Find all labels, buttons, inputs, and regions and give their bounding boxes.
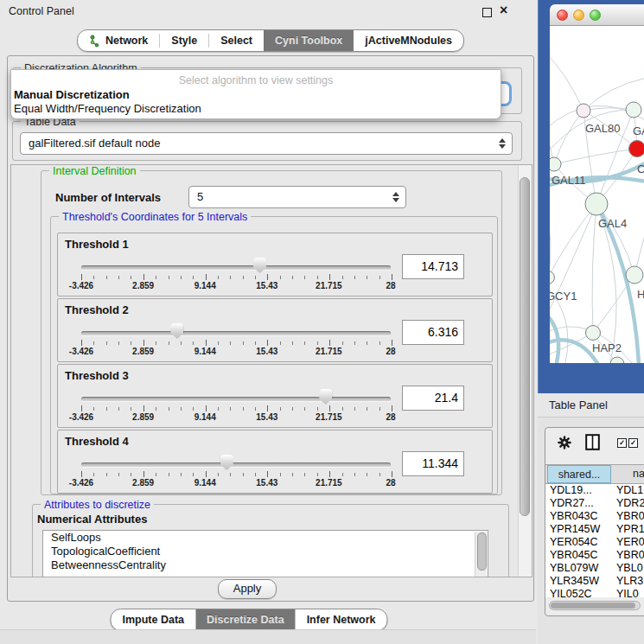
table-row[interactable]: YBR043CYBR0 — [545, 510, 644, 523]
attribute-item[interactable]: SelfLoops — [43, 531, 488, 545]
tick-mark — [255, 407, 256, 411]
tick-label: 21.715 — [316, 347, 342, 356]
network-node-label: GAL80 — [585, 122, 620, 135]
threshold-slider-track[interactable] — [81, 331, 391, 335]
tick-mark — [243, 473, 244, 476]
checkbox-icon[interactable]: ✓ — [617, 438, 627, 448]
network-edge — [592, 204, 596, 333]
apply-button[interactable]: Apply — [218, 579, 277, 599]
attribute-item[interactable]: TopologicalCoefficient — [43, 545, 488, 558]
table-row[interactable]: YDL19...YDL1 — [545, 484, 644, 497]
threshold-value-field[interactable]: 11.344 — [402, 451, 464, 476]
tick-mark — [304, 473, 305, 476]
threshold-slider-thumb[interactable] — [220, 455, 233, 470]
column-header-shared-name[interactable]: shared... — [547, 465, 611, 483]
numerical-attributes-list[interactable]: SelfLoopsTopologicalCoefficientBetweenne… — [42, 530, 488, 577]
threshold-slider-thumb[interactable] — [170, 323, 183, 339]
network-view-canvas[interactable]: GAL80GAGAL11CGAL4GCY1HHAP2 — [550, 26, 644, 363]
bottom-tab-discretize-data[interactable]: Discretize Data — [195, 609, 296, 630]
threshold-slider-thumb[interactable] — [253, 258, 266, 273]
control-panel-title: Control Panel — [9, 5, 74, 17]
float-window-icon[interactable] — [482, 8, 492, 17]
tick-mark — [292, 473, 293, 476]
spinner-icon — [392, 192, 399, 202]
tick-mark — [342, 276, 343, 279]
zoom-window-icon[interactable] — [590, 10, 601, 21]
network-node[interactable] — [550, 271, 555, 284]
network-window-titlebar[interactable] — [550, 4, 644, 26]
table-settings-button[interactable] — [558, 436, 571, 450]
table-panel-title: Table Panel — [549, 399, 608, 411]
minimize-window-icon[interactable] — [573, 10, 584, 21]
bottom-tab-label: Discretize Data — [207, 614, 284, 626]
attributes-scrollbar[interactable] — [475, 532, 487, 577]
table-row[interactable]: YPR145WYPR1 — [545, 523, 644, 536]
column-layout-button[interactable] — [585, 434, 600, 450]
threshold-slider-track[interactable] — [81, 462, 391, 467]
network-node[interactable] — [577, 104, 590, 118]
threshold-panel-2: Threshold 2-3.4262.8599.14415.4321.71528… — [57, 298, 493, 362]
table-row[interactable]: YBR045CYBR0 — [545, 549, 644, 562]
network-graph[interactable]: GAL80GAGAL11CGAL4GCY1HHAP2 — [550, 26, 644, 363]
dropdown-option-equal-width-frequency-discretization[interactable]: Equal Width/Frequency Discretization — [11, 102, 501, 116]
table-row[interactable]: YIL052CYIL0 — [545, 588, 644, 597]
checkbox-icon[interactable]: ✓ — [628, 438, 638, 448]
tick-mark — [255, 276, 256, 279]
tick-label: -3.426 — [69, 347, 93, 356]
threshold-value-field[interactable]: 6.316 — [402, 320, 464, 345]
attribute-item[interactable]: BetweennessCentrality — [43, 558, 488, 572]
tick-mark — [218, 341, 219, 345]
tick-mark — [93, 473, 94, 476]
close-icon[interactable]: × — [500, 3, 507, 18]
table-row[interactable]: YLR345WYLR3 — [545, 575, 644, 588]
table-scrollbar-thumb[interactable] — [551, 603, 635, 609]
table-row[interactable]: YER054CYER0 — [545, 536, 644, 549]
network-node[interactable] — [626, 102, 641, 118]
tick-mark — [156, 407, 156, 411]
threshold-slider-thumb[interactable] — [319, 389, 332, 405]
tick-mark — [243, 276, 244, 279]
threshold-slider-track[interactable] — [81, 265, 391, 270]
network-node[interactable] — [629, 141, 644, 157]
tick-mark — [193, 407, 194, 411]
network-node[interactable] — [626, 266, 643, 284]
network-node[interactable] — [585, 193, 608, 215]
tick-label: 9.144 — [194, 347, 216, 356]
column-header-name[interactable]: na — [612, 465, 644, 483]
threshold-slider-track[interactable] — [81, 397, 391, 401]
attributes-scrollbar-thumb[interactable] — [477, 532, 487, 571]
tick-mark — [392, 274, 392, 280]
tab-style[interactable]: Style — [160, 30, 208, 51]
settings-scrollbar[interactable] — [518, 165, 532, 577]
close-window-icon[interactable] — [557, 10, 568, 21]
network-node[interactable] — [550, 157, 561, 171]
threshold-value-field[interactable]: 14.713 — [402, 254, 464, 279]
network-node-label: GA — [633, 124, 644, 137]
tab-label: Style — [171, 35, 197, 47]
bottom-tab-infer-network[interactable]: Infer Network — [296, 609, 387, 630]
table-row[interactable]: YBL079WYBL0 — [545, 562, 644, 575]
network-node[interactable] — [586, 326, 601, 341]
table-row[interactable]: YDR27...YDR2 — [545, 497, 644, 510]
tick-mark — [118, 473, 119, 476]
tab-select[interactable]: Select — [209, 30, 264, 51]
tab-network[interactable]: Network — [78, 30, 159, 51]
tick-mark — [317, 407, 318, 411]
num-intervals-combobox[interactable]: 5 — [188, 186, 406, 208]
tick-mark — [329, 471, 330, 477]
bottom-tab-label: Infer Network — [307, 614, 376, 626]
dropdown-option-manual-discretization[interactable]: Manual Discretization — [11, 88, 501, 102]
cell-name: YBR0 — [616, 510, 644, 523]
table-data-combobox[interactable]: galFiltered.sif default node — [20, 132, 513, 155]
tick-mark — [292, 407, 293, 411]
threshold-value-field[interactable]: 21.4 — [402, 386, 464, 411]
tick-mark — [280, 407, 281, 411]
threshold-label: Threshold 2 — [65, 303, 129, 316]
tab-jactivemnodules[interactable]: jActiveMNodules — [354, 30, 463, 51]
table-horizontal-scrollbar[interactable] — [549, 601, 641, 610]
tab-cyni-toolbox[interactable]: Cyni Toolbox — [264, 30, 354, 51]
bottom-tab-impute-data[interactable]: Impute Data — [111, 609, 195, 630]
settings-scrollbar-thumb[interactable] — [520, 177, 530, 516]
cell-name: YDL1 — [616, 484, 643, 497]
tick-mark — [354, 473, 355, 476]
